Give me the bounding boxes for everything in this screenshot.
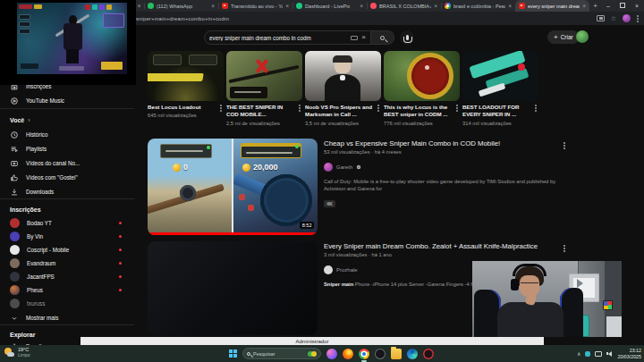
video-title[interactable]: This is why Locus is the BEST sniper in … — [384, 104, 453, 119]
channel-name[interactable]: Gareth — [336, 164, 352, 170]
decor — [248, 205, 254, 211]
edge-icon[interactable] — [407, 349, 418, 359]
decor — [246, 152, 292, 154]
video-title[interactable]: BEST LOADOUT FOR EVERY SNIPER IN ... — [462, 104, 532, 119]
sidebar-item-playlists[interactable]: Playlists — [0, 142, 134, 156]
sidebar-header-inscricoes: Inscrições — [0, 203, 134, 215]
carousel-card: Noob VS Pro Snipers and Marksman in Call… — [305, 51, 381, 126]
sidebar-item-gostei[interactable]: Vídeos com "Gostei" — [0, 171, 134, 184]
browser-profile-avatar[interactable] — [623, 14, 631, 22]
video-thumbnail[interactable] — [384, 51, 460, 101]
sidebar-subscription[interactable]: Bodao YT — [0, 216, 134, 230]
video-title[interactable]: Cheap vs Expensive Sniper Main Combo in … — [324, 139, 562, 147]
loadout-card — [241, 143, 301, 158]
tray-chevron-icon[interactable]: ∧ — [577, 350, 580, 357]
sidebar-subscription[interactable]: Evandraum — [0, 257, 134, 270]
sidebar-subscription[interactable]: JacantFPS — [0, 270, 134, 283]
video-thumbnail[interactable] — [148, 51, 224, 101]
windows-start-button[interactable] — [229, 349, 237, 358]
your-videos-icon — [10, 159, 19, 168]
more-options-icon[interactable] — [453, 104, 460, 119]
file-explorer-icon[interactable] — [391, 349, 402, 359]
search-button[interactable] — [371, 30, 394, 45]
weather-widget[interactable]: 19°C Limpo — [4, 347, 30, 358]
video-thumbnail[interactable]: 0 20,000 8:52 — [148, 139, 318, 235]
tab-close-icon[interactable]: × — [434, 3, 437, 9]
background-window-titlebar[interactable]: Administrador — [80, 337, 544, 345]
clock[interactable]: 23:12 20/03/2025 — [617, 348, 641, 360]
create-label: Criar — [561, 34, 573, 40]
channel-row[interactable]: Gareth — [324, 163, 562, 172]
video-title[interactable]: Best Locus Loadout — [148, 104, 217, 111]
more-options-icon[interactable] — [375, 104, 381, 119]
decor — [148, 73, 204, 81]
sidebar-subscription[interactable]: txuruss — [0, 297, 134, 310]
system-tray: ∧ 23:12 20/03/2025 — [577, 345, 641, 362]
browser-tab-search[interactable]: brasil e colômbia - Pesq... × — [441, 0, 515, 12]
voice-search-button[interactable] — [400, 30, 414, 45]
video-title[interactable]: THE BEST SNIPER IN COD MOBILE... — [226, 104, 296, 119]
chrome-icon[interactable] — [359, 349, 369, 359]
sidebar-header-voce[interactable]: Você › — [0, 114, 134, 126]
account-avatar[interactable] — [576, 30, 589, 43]
browser-tab-livepix[interactable]: Dashboard - LivePix × — [292, 0, 367, 12]
clear-search-icon[interactable]: × — [361, 34, 366, 41]
obs-icon[interactable] — [375, 349, 386, 359]
tab-close-icon[interactable]: × — [211, 3, 215, 9]
browser-tab-match[interactable]: BRASIL X COLOMBIA AO... × — [367, 0, 441, 12]
channel-avatar[interactable] — [324, 265, 333, 274]
more-options-icon[interactable] — [532, 104, 538, 119]
display-icon[interactable] — [595, 351, 602, 357]
browser-menu-icon[interactable] — [637, 18, 639, 20]
more-options-icon[interactable] — [296, 104, 302, 119]
browser-tab-live[interactable]: Transmitido ao vivo - Yo... × — [218, 0, 292, 12]
more-options-icon[interactable] — [564, 145, 565, 147]
tab-close-icon[interactable]: × — [285, 3, 289, 9]
new-tab-button[interactable]: + — [589, 0, 601, 12]
bookmark-star-icon[interactable]: ☆ — [611, 15, 616, 21]
maximize-button[interactable] — [615, 0, 630, 12]
tab-close-icon[interactable]: × — [508, 3, 512, 9]
sidebar-show-more[interactable]: Mostrar mais — [0, 311, 134, 324]
taskbar-search[interactable]: Pesquisar — [242, 348, 321, 359]
more-options-icon[interactable] — [217, 104, 224, 111]
opera-gx-icon[interactable] — [423, 349, 434, 359]
sidebar-item-downloads[interactable]: Downloads — [0, 185, 134, 198]
channel-avatar[interactable] — [324, 163, 333, 172]
sidebar-subscription[interactable]: By Vin — [0, 230, 134, 243]
sidebar-subscription[interactable]: Pheus — [0, 283, 134, 297]
search-input[interactable]: every sniper main dream combo in codm × — [204, 30, 371, 45]
create-button[interactable]: + Criar — [547, 30, 580, 44]
video-title[interactable]: Every Sniper main Dream Combo. Zealot + … — [324, 242, 562, 250]
browser-tab-whatsapp[interactable]: (112) WhatsApp × — [144, 0, 218, 12]
video-thumbnail[interactable] — [148, 241, 318, 335]
tab-close-icon[interactable]: × — [360, 3, 363, 9]
picture-in-picture-icon[interactable] — [597, 15, 605, 21]
video-thumbnail[interactable] — [462, 51, 538, 101]
youtube-icon — [519, 3, 525, 9]
game-hud-badge — [92, 4, 97, 10]
video-title[interactable]: Noob VS Pro Snipers and Marksman in Call… — [305, 104, 375, 119]
microphone-icon — [406, 35, 409, 40]
chat-app-icon[interactable] — [326, 349, 337, 359]
tab-close-icon[interactable]: × — [582, 3, 586, 9]
channel-name[interactable]: Prozhale — [336, 267, 358, 273]
sidebar-item-youtube-music[interactable]: YouTube Music — [0, 94, 134, 107]
sidebar-subscription[interactable]: Coscript - Mobile — [0, 243, 134, 257]
firefox-icon[interactable] — [343, 349, 353, 359]
sidebar-item-seus-videos[interactable]: Vídeos do canal No... — [0, 156, 134, 170]
volume-icon[interactable] — [606, 350, 613, 357]
channel-name: By Vin — [27, 233, 43, 240]
game-hud-badge — [101, 62, 123, 70]
virtual-cam-icon[interactable] — [585, 351, 590, 357]
more-options-icon[interactable] — [564, 248, 565, 249]
minimize-button[interactable]: – — [601, 0, 615, 12]
keyboard-icon[interactable] — [351, 36, 358, 40]
streamer-head — [515, 266, 544, 302]
close-button[interactable]: × — [630, 0, 644, 12]
video-thumbnail[interactable] — [305, 51, 381, 101]
video-thumbnail[interactable] — [226, 51, 302, 101]
browser-tab-active[interactable]: every sniper main dream... × — [515, 0, 589, 12]
sidebar-item-historico[interactable]: Histórico — [0, 128, 134, 141]
address-bar[interactable]: sniper+main+dream+combo+in+codm — [136, 16, 229, 21]
